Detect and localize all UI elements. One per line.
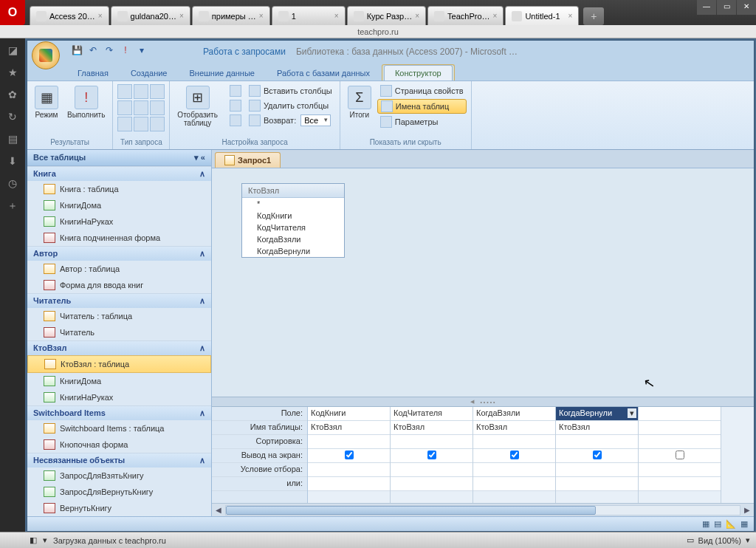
nav-item[interactable]: КнигиНаРуках	[27, 213, 211, 230]
field-cell[interactable]: КогдаВернули	[556, 407, 638, 421]
criteria-cell[interactable]	[308, 463, 390, 477]
qat-dropdown-icon[interactable]: ▾	[135, 45, 148, 58]
tab-database-tools[interactable]: Работа с базами данных	[267, 66, 380, 81]
insert-rows-icon[interactable]	[227, 84, 244, 97]
nav-item[interactable]: Форма для ввода книг	[27, 277, 211, 293]
view-shortcut-icon[interactable]: ▦	[702, 519, 709, 529]
nav-group-header[interactable]: Несвязанные объекты∧	[27, 453, 211, 467]
nav-group-header[interactable]: Switchboard Items∧	[27, 405, 211, 420]
totals-button[interactable]: Σ Итоги	[345, 84, 374, 120]
fit-width-icon[interactable]: ▭	[687, 535, 694, 545]
browser-tab[interactable]: guldana20…×	[111, 6, 190, 25]
undo-icon[interactable]: ↶	[86, 45, 100, 58]
field-cell[interactable]	[639, 407, 721, 421]
criteria-cell[interactable]	[556, 463, 638, 477]
browser-tab[interactable]: Untitled-1×	[505, 6, 579, 25]
panel-toggle-icon[interactable]: ◧	[30, 535, 37, 545]
tab-create[interactable]: Создание	[120, 66, 178, 81]
tab-external-data[interactable]: Внешние данные	[179, 66, 265, 81]
qbe-column[interactable]: КогдаВернулиКтоВзял	[556, 407, 639, 503]
nav-item[interactable]: Книга : таблица	[27, 181, 211, 197]
show-cell[interactable]	[639, 449, 721, 463]
pane-splitter[interactable]: • • • • •	[212, 397, 754, 407]
field-item[interactable]: КодКниги	[242, 210, 344, 222]
property-sheet-button[interactable]: Страница свойств	[377, 84, 467, 97]
redo-icon[interactable]: ↷	[103, 45, 116, 58]
nav-item[interactable]: Книга подчиненная форма	[27, 230, 211, 246]
field-cell[interactable]: КодЧитателя	[391, 407, 472, 421]
view-button[interactable]: ▦ Режим	[32, 84, 61, 120]
show-cell[interactable]	[473, 449, 555, 463]
field-item[interactable]: *	[242, 198, 344, 210]
minimize-button[interactable]: —	[697, 0, 716, 15]
horizontal-scrollbar[interactable]: ◀▶	[212, 503, 754, 516]
close-icon[interactable]: ×	[259, 12, 264, 20]
nav-item[interactable]: Switchboard Items : таблица	[27, 420, 211, 436]
criteria-cell[interactable]	[391, 463, 472, 477]
delete-rows-icon[interactable]	[227, 99, 244, 112]
or-cell[interactable]	[473, 477, 555, 491]
browser-tab[interactable]: Access 20…×	[30, 6, 109, 25]
run-icon[interactable]: !	[119, 45, 132, 58]
panel-icon[interactable]: ⬇	[6, 155, 19, 168]
nav-item[interactable]: КнигиНаРуках	[27, 389, 211, 405]
table-cell[interactable]	[639, 421, 721, 435]
criteria-cell[interactable]	[639, 463, 721, 477]
panel-icon[interactable]: ▤	[6, 133, 19, 146]
panel-icon[interactable]: ★	[6, 66, 19, 80]
browser-tab[interactable]: примеры …×	[192, 6, 270, 25]
field-cell[interactable]: КогдаВзяли	[473, 407, 555, 421]
close-icon[interactable]: ×	[179, 12, 184, 20]
show-checkbox[interactable]	[510, 451, 519, 459]
panel-icon[interactable]: ✿	[6, 89, 19, 102]
address-bar[interactable]: teachpro.ru	[0, 25, 756, 38]
table-cell[interactable]: КтоВзял	[473, 421, 555, 435]
browser-tab[interactable]: Курс Разр…×	[347, 6, 426, 25]
nav-item[interactable]: ЗапросДляВзятьКнигу	[27, 467, 211, 484]
nav-item[interactable]: ВернутьКнигу	[27, 500, 211, 516]
object-tab[interactable]: Запрос1	[215, 152, 281, 168]
run-button[interactable]: ! Выполнить	[64, 84, 108, 120]
browser-tab[interactable]: TeachPro…×	[427, 6, 504, 25]
close-icon[interactable]: ×	[334, 12, 339, 20]
query-type-buttons[interactable]	[117, 84, 165, 131]
or-cell[interactable]	[391, 477, 472, 491]
nav-group-header[interactable]: Читатель∧	[27, 293, 211, 308]
sort-cell[interactable]	[391, 435, 472, 449]
show-checkbox[interactable]	[593, 451, 602, 459]
show-checkbox[interactable]	[427, 451, 436, 459]
show-cell[interactable]	[308, 449, 390, 463]
table-cell[interactable]: КтоВзял	[391, 421, 472, 435]
delete-columns-button[interactable]: Удалить столбцы	[246, 99, 331, 112]
criteria-cell[interactable]	[473, 463, 555, 477]
show-checkbox[interactable]	[676, 451, 684, 459]
nav-item[interactable]: КнигиДома	[27, 373, 211, 389]
field-item[interactable]: КодЧитателя	[242, 222, 344, 233]
qbe-column[interactable]: КогдаВзялиКтоВзял	[473, 407, 556, 503]
nav-item[interactable]: Автор : таблица	[27, 261, 211, 277]
nav-pane-header[interactable]: Все таблицы▾ «	[27, 150, 211, 166]
close-button[interactable]: ✕	[737, 0, 756, 15]
nav-item[interactable]: КнигиДома	[27, 197, 211, 213]
panel-icon[interactable]: ◪	[6, 44, 19, 58]
tab-design[interactable]: Конструктор	[384, 65, 453, 81]
table-cell[interactable]: КтоВзял	[308, 421, 390, 435]
table-cell[interactable]: КтоВзял	[556, 421, 638, 435]
sort-cell[interactable]	[556, 435, 638, 449]
nav-group-header[interactable]: КтоВзял∧	[27, 340, 211, 355]
panel-icon[interactable]: ◷	[6, 177, 19, 191]
nav-item[interactable]: Читатель	[27, 324, 211, 340]
return-combo[interactable]: Все	[300, 114, 331, 126]
nav-item[interactable]: Кнопочная форма	[27, 436, 211, 453]
table-names-button[interactable]: Имена таблиц	[377, 99, 467, 114]
table-diagram-pane[interactable]: КтоВзял *КодКнигиКодЧитателяКогдаВзялиКо…	[212, 168, 754, 397]
show-checkbox[interactable]	[345, 451, 354, 459]
show-cell[interactable]	[391, 449, 472, 463]
nav-item[interactable]: КтоВзял : таблица	[27, 355, 211, 373]
nav-group-header[interactable]: Автор∧	[27, 246, 211, 261]
zoom-label[interactable]: Вид (100%)	[698, 536, 741, 545]
or-cell[interactable]	[556, 477, 638, 491]
field-item[interactable]: КогдаВернули	[242, 245, 344, 257]
nav-item[interactable]: ЗапросДляВернутьКнигу	[27, 484, 211, 500]
new-tab-button[interactable]: +	[583, 7, 604, 25]
